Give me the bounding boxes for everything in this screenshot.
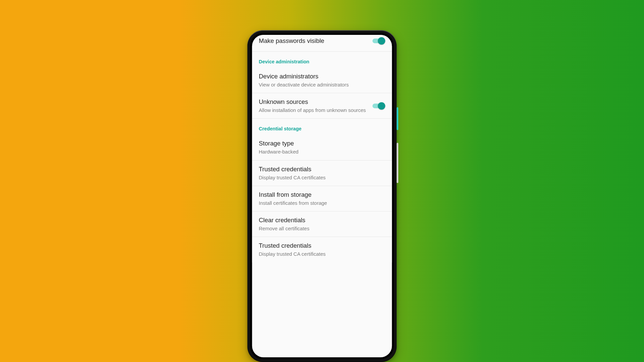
row-text: Clear credentials Remove all certificate… <box>259 216 385 232</box>
settings-scroll[interactable]: Make passwords visible Device administra… <box>252 35 392 357</box>
volume-button <box>397 143 398 183</box>
row-title: Unknown sources <box>259 98 368 106</box>
row-trusted-credentials-2[interactable]: Trusted credentials Display trusted CA c… <box>252 237 392 262</box>
row-subtitle: Display trusted CA certificates <box>259 174 385 181</box>
row-subtitle: Install certificates from storage <box>259 200 385 206</box>
phone-frame: Make passwords visible Device administra… <box>248 30 397 362</box>
row-device-administrators[interactable]: Device administrators View or deactivate… <box>252 68 392 93</box>
section-device-administration: Device administration <box>252 52 392 68</box>
row-subtitle: Hardware-backed <box>259 148 385 155</box>
toggle-thumb <box>378 37 385 45</box>
row-title: Trusted credentials <box>259 242 385 250</box>
row-text: Trusted credentials Display trusted CA c… <box>259 242 385 257</box>
row-title: Clear credentials <box>259 216 385 225</box>
row-text: Install from storage Install certificate… <box>259 191 385 206</box>
row-clear-credentials[interactable]: Clear credentials Remove all certificate… <box>252 212 392 237</box>
settings-screen[interactable]: Make passwords visible Device administra… <box>252 35 392 357</box>
power-button <box>397 107 398 130</box>
stage: Make passwords visible Device administra… <box>0 0 644 362</box>
row-text: Storage type Hardware-backed <box>259 139 385 155</box>
row-make-passwords-visible[interactable]: Make passwords visible <box>252 35 392 52</box>
phone-inner: Make passwords visible Device administra… <box>250 33 394 359</box>
row-title: Install from storage <box>259 191 385 199</box>
row-title: Make passwords visible <box>259 37 368 45</box>
row-subtitle: View or deactivate device administrators <box>259 81 385 88</box>
toggle-make-passwords-visible[interactable] <box>373 37 385 45</box>
row-title: Trusted credentials <box>259 165 385 174</box>
row-unknown-sources[interactable]: Unknown sources Allow installation of ap… <box>252 93 392 119</box>
row-trusted-credentials[interactable]: Trusted credentials Display trusted CA c… <box>252 161 392 186</box>
row-text: Trusted credentials Display trusted CA c… <box>259 165 385 181</box>
row-text: Unknown sources Allow installation of ap… <box>259 98 368 114</box>
row-text: Device administrators View or deactivate… <box>259 72 385 88</box>
toggle-thumb <box>378 102 385 110</box>
row-subtitle: Display trusted CA certificates <box>259 251 385 257</box>
row-text: Make passwords visible <box>259 37 368 45</box>
row-title: Device administrators <box>259 72 385 81</box>
row-subtitle: Allow installation of apps from unknown … <box>259 107 368 114</box>
row-subtitle: Remove all certificates <box>259 225 385 232</box>
row-storage-type[interactable]: Storage type Hardware-backed <box>252 135 392 160</box>
row-install-from-storage[interactable]: Install from storage Install certificate… <box>252 186 392 212</box>
row-title: Storage type <box>259 139 385 148</box>
section-credential-storage: Credential storage <box>252 119 392 135</box>
toggle-unknown-sources[interactable] <box>373 102 385 110</box>
